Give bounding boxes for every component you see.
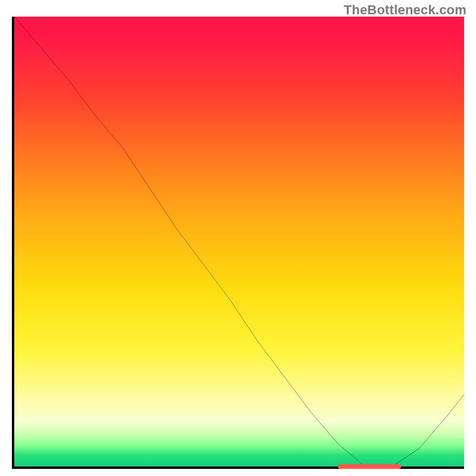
chart-plot-area — [12, 17, 464, 469]
line-curve — [14, 17, 464, 466]
bottleneck-marker — [338, 464, 401, 469]
attribution-text: TheBottleneck.com — [344, 2, 466, 18]
